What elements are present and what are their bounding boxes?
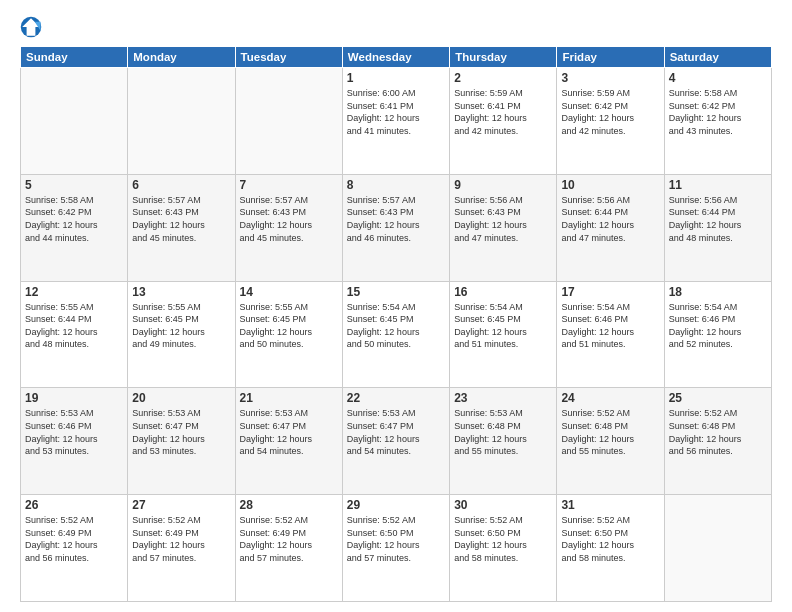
day-info: Sunrise: 5:57 AM Sunset: 6:43 PM Dayligh… — [132, 194, 230, 244]
day-info: Sunrise: 5:52 AM Sunset: 6:49 PM Dayligh… — [25, 514, 123, 564]
calendar-cell: 4Sunrise: 5:58 AM Sunset: 6:42 PM Daylig… — [664, 68, 771, 175]
day-number: 31 — [561, 498, 659, 512]
day-info: Sunrise: 5:53 AM Sunset: 6:46 PM Dayligh… — [25, 407, 123, 457]
calendar-cell: 25Sunrise: 5:52 AM Sunset: 6:48 PM Dayli… — [664, 388, 771, 495]
day-number: 8 — [347, 178, 445, 192]
day-info: Sunrise: 5:56 AM Sunset: 6:44 PM Dayligh… — [669, 194, 767, 244]
day-info: Sunrise: 5:53 AM Sunset: 6:48 PM Dayligh… — [454, 407, 552, 457]
header-friday: Friday — [557, 47, 664, 68]
calendar-cell — [128, 68, 235, 175]
calendar-cell: 28Sunrise: 5:52 AM Sunset: 6:49 PM Dayli… — [235, 495, 342, 602]
header-wednesday: Wednesday — [342, 47, 449, 68]
day-info: Sunrise: 5:53 AM Sunset: 6:47 PM Dayligh… — [132, 407, 230, 457]
calendar-cell: 10Sunrise: 5:56 AM Sunset: 6:44 PM Dayli… — [557, 174, 664, 281]
day-info: Sunrise: 5:54 AM Sunset: 6:46 PM Dayligh… — [669, 301, 767, 351]
day-info: Sunrise: 5:52 AM Sunset: 6:48 PM Dayligh… — [561, 407, 659, 457]
calendar-cell: 12Sunrise: 5:55 AM Sunset: 6:44 PM Dayli… — [21, 281, 128, 388]
day-info: Sunrise: 5:52 AM Sunset: 6:50 PM Dayligh… — [561, 514, 659, 564]
day-number: 16 — [454, 285, 552, 299]
day-info: Sunrise: 5:54 AM Sunset: 6:46 PM Dayligh… — [561, 301, 659, 351]
day-number: 29 — [347, 498, 445, 512]
week-row-3: 12Sunrise: 5:55 AM Sunset: 6:44 PM Dayli… — [21, 281, 772, 388]
day-number: 27 — [132, 498, 230, 512]
header — [20, 16, 772, 38]
calendar-cell: 16Sunrise: 5:54 AM Sunset: 6:45 PM Dayli… — [450, 281, 557, 388]
day-info: Sunrise: 5:53 AM Sunset: 6:47 PM Dayligh… — [347, 407, 445, 457]
day-info: Sunrise: 5:58 AM Sunset: 6:42 PM Dayligh… — [25, 194, 123, 244]
calendar: SundayMondayTuesdayWednesdayThursdayFrid… — [20, 46, 772, 602]
day-number: 9 — [454, 178, 552, 192]
header-saturday: Saturday — [664, 47, 771, 68]
calendar-cell: 5Sunrise: 5:58 AM Sunset: 6:42 PM Daylig… — [21, 174, 128, 281]
calendar-cell: 20Sunrise: 5:53 AM Sunset: 6:47 PM Dayli… — [128, 388, 235, 495]
day-number: 7 — [240, 178, 338, 192]
day-info: Sunrise: 5:58 AM Sunset: 6:42 PM Dayligh… — [669, 87, 767, 137]
day-info: Sunrise: 5:59 AM Sunset: 6:42 PM Dayligh… — [561, 87, 659, 137]
day-info: Sunrise: 5:56 AM Sunset: 6:43 PM Dayligh… — [454, 194, 552, 244]
calendar-cell — [664, 495, 771, 602]
day-number: 18 — [669, 285, 767, 299]
day-info: Sunrise: 5:59 AM Sunset: 6:41 PM Dayligh… — [454, 87, 552, 137]
calendar-cell: 1Sunrise: 6:00 AM Sunset: 6:41 PM Daylig… — [342, 68, 449, 175]
day-number: 21 — [240, 391, 338, 405]
day-info: Sunrise: 5:56 AM Sunset: 6:44 PM Dayligh… — [561, 194, 659, 244]
day-number: 15 — [347, 285, 445, 299]
day-info: Sunrise: 5:52 AM Sunset: 6:50 PM Dayligh… — [347, 514, 445, 564]
day-info: Sunrise: 5:52 AM Sunset: 6:48 PM Dayligh… — [669, 407, 767, 457]
header-thursday: Thursday — [450, 47, 557, 68]
day-number: 5 — [25, 178, 123, 192]
day-info: Sunrise: 5:52 AM Sunset: 6:49 PM Dayligh… — [132, 514, 230, 564]
calendar-cell — [21, 68, 128, 175]
day-info: Sunrise: 5:53 AM Sunset: 6:47 PM Dayligh… — [240, 407, 338, 457]
day-info: Sunrise: 5:52 AM Sunset: 6:50 PM Dayligh… — [454, 514, 552, 564]
day-number: 25 — [669, 391, 767, 405]
calendar-cell: 6Sunrise: 5:57 AM Sunset: 6:43 PM Daylig… — [128, 174, 235, 281]
day-info: Sunrise: 5:52 AM Sunset: 6:49 PM Dayligh… — [240, 514, 338, 564]
day-info: Sunrise: 5:54 AM Sunset: 6:45 PM Dayligh… — [454, 301, 552, 351]
day-info: Sunrise: 6:00 AM Sunset: 6:41 PM Dayligh… — [347, 87, 445, 137]
day-number: 2 — [454, 71, 552, 85]
week-row-2: 5Sunrise: 5:58 AM Sunset: 6:42 PM Daylig… — [21, 174, 772, 281]
calendar-cell: 13Sunrise: 5:55 AM Sunset: 6:45 PM Dayli… — [128, 281, 235, 388]
calendar-cell: 9Sunrise: 5:56 AM Sunset: 6:43 PM Daylig… — [450, 174, 557, 281]
calendar-cell: 21Sunrise: 5:53 AM Sunset: 6:47 PM Dayli… — [235, 388, 342, 495]
calendar-cell: 3Sunrise: 5:59 AM Sunset: 6:42 PM Daylig… — [557, 68, 664, 175]
week-row-5: 26Sunrise: 5:52 AM Sunset: 6:49 PM Dayli… — [21, 495, 772, 602]
day-info: Sunrise: 5:55 AM Sunset: 6:44 PM Dayligh… — [25, 301, 123, 351]
day-number: 17 — [561, 285, 659, 299]
day-info: Sunrise: 5:55 AM Sunset: 6:45 PM Dayligh… — [132, 301, 230, 351]
week-row-4: 19Sunrise: 5:53 AM Sunset: 6:46 PM Dayli… — [21, 388, 772, 495]
day-number: 14 — [240, 285, 338, 299]
logo — [20, 16, 46, 38]
day-number: 19 — [25, 391, 123, 405]
day-number: 20 — [132, 391, 230, 405]
calendar-cell: 18Sunrise: 5:54 AM Sunset: 6:46 PM Dayli… — [664, 281, 771, 388]
day-number: 4 — [669, 71, 767, 85]
header-row: SundayMondayTuesdayWednesdayThursdayFrid… — [21, 47, 772, 68]
day-number: 1 — [347, 71, 445, 85]
day-number: 28 — [240, 498, 338, 512]
calendar-cell: 30Sunrise: 5:52 AM Sunset: 6:50 PM Dayli… — [450, 495, 557, 602]
calendar-cell: 27Sunrise: 5:52 AM Sunset: 6:49 PM Dayli… — [128, 495, 235, 602]
day-info: Sunrise: 5:55 AM Sunset: 6:45 PM Dayligh… — [240, 301, 338, 351]
day-info: Sunrise: 5:57 AM Sunset: 6:43 PM Dayligh… — [347, 194, 445, 244]
calendar-cell: 14Sunrise: 5:55 AM Sunset: 6:45 PM Dayli… — [235, 281, 342, 388]
calendar-cell: 29Sunrise: 5:52 AM Sunset: 6:50 PM Dayli… — [342, 495, 449, 602]
day-number: 23 — [454, 391, 552, 405]
calendar-cell: 31Sunrise: 5:52 AM Sunset: 6:50 PM Dayli… — [557, 495, 664, 602]
header-sunday: Sunday — [21, 47, 128, 68]
day-number: 3 — [561, 71, 659, 85]
calendar-cell: 15Sunrise: 5:54 AM Sunset: 6:45 PM Dayli… — [342, 281, 449, 388]
header-monday: Monday — [128, 47, 235, 68]
day-number: 26 — [25, 498, 123, 512]
logo-icon — [20, 16, 42, 38]
calendar-cell: 17Sunrise: 5:54 AM Sunset: 6:46 PM Dayli… — [557, 281, 664, 388]
day-number: 24 — [561, 391, 659, 405]
calendar-cell — [235, 68, 342, 175]
day-number: 22 — [347, 391, 445, 405]
header-tuesday: Tuesday — [235, 47, 342, 68]
day-number: 6 — [132, 178, 230, 192]
day-number: 10 — [561, 178, 659, 192]
day-number: 30 — [454, 498, 552, 512]
calendar-cell: 24Sunrise: 5:52 AM Sunset: 6:48 PM Dayli… — [557, 388, 664, 495]
